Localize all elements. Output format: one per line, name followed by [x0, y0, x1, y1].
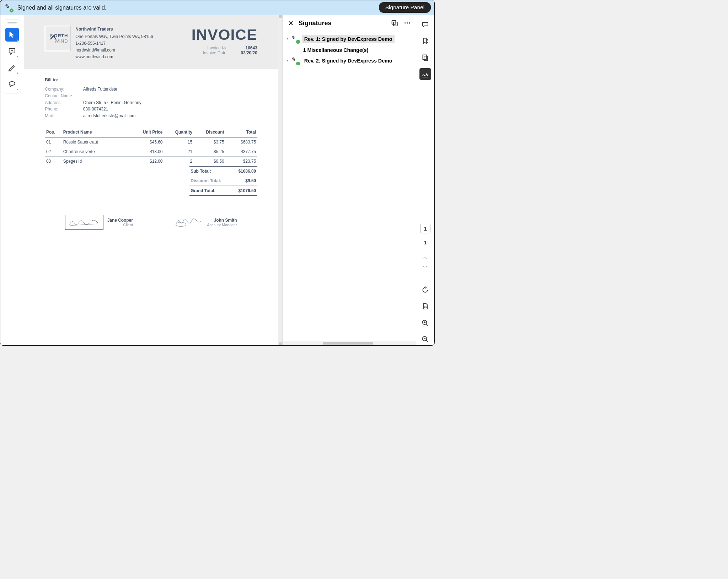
comment-tool[interactable]	[5, 44, 19, 58]
lasso-tool[interactable]	[5, 77, 19, 91]
bill-phone-label: Phone:	[45, 107, 83, 112]
client-signer-name: Jane Cooper	[107, 218, 133, 223]
company-website: www.northwind.com	[75, 54, 153, 60]
zoom-out-button[interactable]	[419, 334, 431, 345]
signature-status-text: Signed and all signatures are valid.	[17, 4, 375, 11]
prev-page-button[interactable]: ︿	[421, 253, 430, 262]
manager-signer-role: Account Manager	[207, 223, 237, 227]
signatures-rail-button[interactable]	[419, 68, 431, 80]
chevron-right-icon[interactable]: ›	[287, 36, 288, 42]
company-email: northwind@mail.com	[75, 47, 153, 54]
svg-line-24	[426, 340, 428, 342]
subtotal-value: $1086.00	[238, 169, 256, 174]
table-row: 02Chartreuse verte$18.0021$5.25$377.75	[45, 147, 257, 157]
copy-icon[interactable]	[391, 19, 398, 27]
company-info: Northwind Traders One Portals Way, Twin …	[75, 26, 153, 61]
signature-revision-label: Rev. 1: Signed by DevExpress Demo	[302, 35, 395, 43]
col-pos: Pos.	[45, 127, 62, 137]
rotate-button[interactable]	[419, 284, 431, 296]
line-items-table: Pos. Product Name Unit Price Quantity Di…	[45, 127, 257, 166]
document-page: NORTH WIND Northwind Traders One Portals…	[24, 15, 279, 345]
manager-signature-block: John SmithAccount Manager	[173, 215, 237, 230]
bill-mail-label: Mail:	[45, 113, 83, 118]
left-toolbar	[0, 15, 24, 345]
subtotal-label: Sub Total:	[191, 169, 211, 174]
scroll-down-icon[interactable]	[279, 342, 282, 345]
invoice-date: 03/20/20	[236, 50, 257, 55]
svg-point-6	[176, 222, 186, 227]
bill-company-label: Company:	[45, 87, 83, 92]
discount-total-value: $9.50	[245, 178, 256, 183]
table-row: 03Spegesild$12.002$0.50$23.75	[45, 157, 257, 166]
toolbar-drag-handle[interactable]	[7, 22, 17, 24]
client-signature-block: Jane CooperClient	[65, 215, 133, 230]
col-price: Unit Price	[132, 127, 164, 137]
manager-signer-name: John Smith	[207, 218, 237, 223]
scroll-up-icon[interactable]	[279, 15, 282, 18]
col-qty: Quantity	[164, 127, 194, 137]
next-page-button[interactable]: ﹀	[421, 263, 430, 272]
company-name: Northwind Traders	[75, 26, 153, 33]
company-address: One Portals Way, Twin Points WA, 98156	[75, 33, 153, 40]
bill-mail: alfredsfutterkiste@mail.com	[83, 113, 257, 118]
client-signer-role: Client	[107, 223, 133, 227]
invoice-title: INVOICE	[192, 26, 257, 43]
document-viewport: NORTH WIND Northwind Traders One Portals…	[24, 15, 283, 345]
close-panel-button[interactable]: ✕	[288, 19, 294, 27]
invoice-number-label: Invoice №:	[207, 45, 228, 50]
pages-rail-button[interactable]	[419, 52, 431, 63]
bill-contact	[83, 93, 257, 98]
svg-point-10	[406, 22, 408, 24]
more-options-icon[interactable]	[403, 19, 411, 27]
svg-point-9	[404, 22, 406, 24]
table-row: 01Rössle Sauerkraut$45.6015$3.75$683.75	[45, 137, 257, 147]
svg-line-5	[70, 224, 98, 226]
company-logo: NORTH WIND	[45, 26, 70, 52]
panel-horizontal-scrollbar[interactable]	[283, 341, 416, 345]
signature-valid-icon: ✎✓	[291, 35, 300, 43]
highlight-tool[interactable]	[5, 61, 19, 74]
chevron-right-icon[interactable]: ›	[287, 58, 288, 64]
bill-address: Obere Str. 57, Berlin, Germany	[83, 100, 257, 105]
signature-valid-icon: ✎✓	[291, 56, 300, 65]
signature-revision-item[interactable]: › ✎✓ Rev. 2: Signed by DevExpress Demo	[283, 55, 416, 67]
signature-valid-icon: ✎ ✓	[4, 3, 13, 12]
client-signature-image	[65, 215, 103, 230]
invoice-number: 10643	[236, 45, 257, 50]
right-rail: 1 1 ︿ ﹀ 1:1	[416, 15, 434, 345]
svg-text:1:1: 1:1	[424, 306, 428, 308]
total-pages-label: 1	[424, 239, 427, 246]
signatures-panel: ✕ Signatures › ✎✓ Rev. 1: Signed by DevE…	[282, 15, 416, 345]
signature-revision-detail[interactable]: 1 Miscellaneous Change(s)	[283, 45, 416, 55]
svg-point-4	[9, 82, 15, 86]
bill-company: Alfreds Futterkiste	[83, 87, 257, 92]
svg-rect-15	[423, 55, 427, 60]
discount-total-label: Discount Total:	[191, 178, 221, 183]
signature-revision-label: Rev. 2: Signed by DevExpress Demo	[302, 57, 395, 65]
bill-phone: 030-0074321	[83, 107, 257, 112]
signature-revision-item[interactable]: › ✎✓ Rev. 1: Signed by DevExpress Demo	[283, 33, 416, 45]
fit-page-button[interactable]: 1:1	[419, 301, 431, 312]
bill-address-label: Address:	[45, 100, 83, 105]
current-page-input[interactable]: 1	[420, 224, 431, 233]
bill-to-heading: Bill to:	[45, 77, 257, 82]
comments-rail-button[interactable]	[419, 18, 431, 30]
document-scrollbar[interactable]	[278, 15, 282, 345]
bookmarks-rail-button[interactable]	[419, 35, 431, 47]
signature-panel-button[interactable]: Signature Panel	[379, 2, 431, 13]
grand-total-label: Grand Total:	[191, 188, 215, 193]
signature-status-bar: ✎ ✓ Signed and all signatures are valid.…	[0, 0, 434, 15]
select-tool[interactable]	[5, 28, 19, 41]
svg-point-11	[409, 22, 410, 24]
zoom-in-button[interactable]	[419, 317, 431, 329]
col-total: Total	[225, 127, 257, 137]
col-discount: Discount	[194, 127, 226, 137]
col-name: Product Name	[62, 127, 132, 137]
manager-signature-image	[173, 215, 203, 230]
invoice-date-label: Invoice Date:	[203, 50, 228, 55]
company-phone: 1-206-555-1417	[75, 40, 153, 47]
grand-total-value: $1076.50	[238, 188, 256, 193]
svg-line-20	[426, 324, 428, 325]
bill-contact-label: Contact Name:	[45, 93, 83, 98]
svg-rect-16	[424, 56, 428, 61]
